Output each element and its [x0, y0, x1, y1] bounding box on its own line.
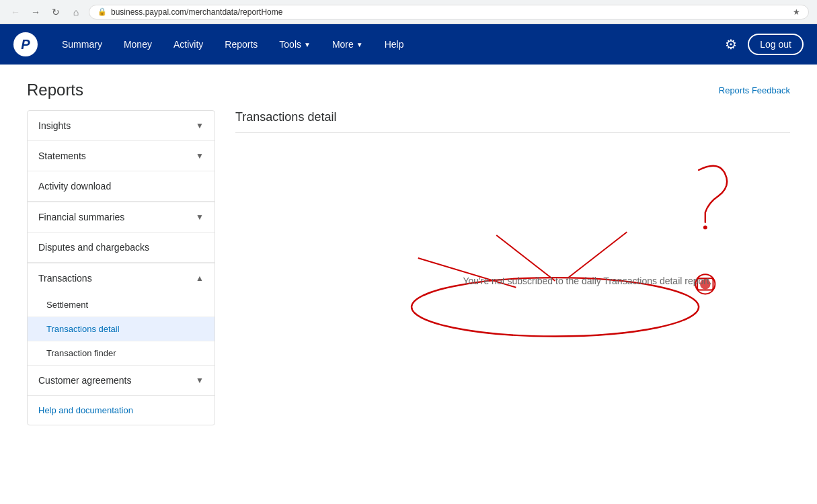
nav-money[interactable]: Money	[113, 24, 163, 65]
sidebar-transactions-section: Transactions ▲ Settlement Transactions d…	[28, 263, 215, 366]
sidebar-disputes-section: Disputes and chargebacks	[28, 233, 215, 263]
svg-line-2	[568, 232, 627, 278]
sidebar-help-section: Help and documentation	[28, 396, 215, 425]
page-title: Reports	[27, 81, 83, 99]
sidebar-activity-download-section: Activity download	[28, 171, 215, 202]
reload-button[interactable]: ↻	[48, 5, 63, 19]
paypal-logo[interactable]: P	[13, 32, 38, 56]
forward-button[interactable]: →	[28, 5, 43, 19]
settings-button[interactable]: ⚙	[722, 34, 740, 55]
reports-feedback-link[interactable]: Reports Feedback	[719, 85, 790, 95]
bookmark-icon: ★	[793, 7, 800, 17]
sidebar-customer-agreements-header[interactable]: Customer agreements ▼	[28, 366, 215, 395]
home-button[interactable]: ⌂	[69, 5, 83, 19]
svg-point-4	[412, 278, 699, 336]
sidebar-statements-header[interactable]: Statements ▼	[28, 141, 215, 171]
main-nav: P Summary Money Activity Reports Tools ▼…	[0, 24, 817, 65]
page-header: Reports Reports Feedback	[0, 65, 817, 110]
sidebar-transactions-header[interactable]: Transactions ▲	[28, 263, 215, 293]
insights-chevron: ▼	[196, 121, 204, 130]
logout-button[interactable]: Log out	[748, 34, 804, 55]
nav-reports[interactable]: Reports	[214, 24, 268, 65]
sidebar-transactions-detail[interactable]: Transactions detail	[28, 317, 215, 341]
content-area: Insights ▼ Statements ▼ Activity downloa…	[0, 110, 817, 425]
back-button[interactable]: ←	[8, 5, 23, 19]
nav-summary[interactable]: Summary	[51, 24, 113, 65]
statements-chevron: ▼	[196, 151, 204, 161]
customer-agreements-chevron: ▼	[196, 376, 204, 385]
main-panel-container: You're not subscribed to the daily Trans…	[235, 146, 790, 402]
sidebar-insights-section: Insights ▼	[28, 111, 215, 141]
sidebar-financial-section: Financial summaries ▼	[28, 202, 215, 233]
nav-links: Summary Money Activity Reports Tools ▼ M…	[51, 24, 722, 65]
section-title: Transactions detail	[235, 110, 790, 133]
not-subscribed-message: You're not subscribed to the daily Trans…	[463, 276, 711, 286]
sidebar-customer-agreements-section: Customer agreements ▼	[28, 366, 215, 396]
main-panel: You're not subscribed to the daily Trans…	[235, 146, 790, 415]
nav-help[interactable]: Help	[374, 24, 415, 65]
sidebar-insights-header[interactable]: Insights ▼	[28, 111, 215, 140]
nav-more[interactable]: More ▼	[321, 24, 374, 65]
lock-icon: 🔒	[98, 7, 107, 16]
sidebar-transaction-finder[interactable]: Transaction finder	[28, 341, 215, 365]
svg-line-1	[496, 235, 555, 281]
url-text: business.paypal.com/merchantdata/reportH…	[111, 7, 282, 17]
sidebar-settlement[interactable]: Settlement	[28, 293, 215, 317]
sidebar-help-docs[interactable]: Help and documentation	[28, 396, 215, 425]
sidebar-activity-download[interactable]: Activity download	[28, 171, 215, 202]
svg-point-0	[703, 226, 707, 230]
sidebar-statements-section: Statements ▼	[28, 141, 215, 171]
sidebar-financial-header[interactable]: Financial summaries ▼	[28, 202, 215, 232]
browser-bar: ← → ↻ ⌂ 🔒 business.paypal.com/merchantda…	[0, 0, 817, 24]
nav-tools[interactable]: Tools ▼	[268, 24, 321, 65]
transactions-chevron: ▲	[196, 274, 204, 283]
sidebar: Insights ▼ Statements ▼ Activity downloa…	[27, 110, 215, 425]
main-content: Transactions detail	[215, 110, 790, 425]
financial-chevron: ▼	[196, 212, 204, 222]
transactions-children: Settlement Transactions detail Transacti…	[28, 293, 215, 365]
nav-activity[interactable]: Activity	[163, 24, 214, 65]
nav-right: ⚙ Log out	[722, 34, 804, 55]
address-bar[interactable]: 🔒 business.paypal.com/merchantdata/repor…	[89, 5, 809, 19]
more-chevron: ▼	[356, 41, 363, 48]
page-wrapper: Reports Reports Feedback Insights ▼ Stat…	[0, 65, 817, 504]
sidebar-disputes[interactable]: Disputes and chargebacks	[28, 233, 215, 263]
tools-chevron: ▼	[304, 41, 311, 48]
